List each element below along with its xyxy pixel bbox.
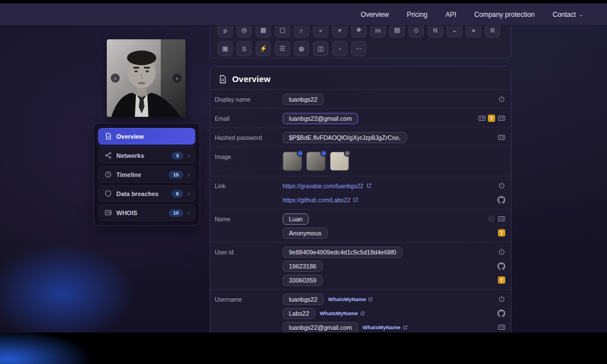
social-icon[interactable]: ▣ bbox=[218, 41, 233, 56]
social-icon[interactable]: ◍ bbox=[294, 41, 309, 56]
gravatar-profile-link[interactable]: https://gravatar.com/luanbgs22 bbox=[283, 183, 372, 189]
profile-thumbnail[interactable] bbox=[330, 152, 349, 171]
t-source-icon[interactable]: T bbox=[498, 276, 505, 284]
field-label: User id bbox=[215, 246, 283, 286]
github-source-icon[interactable] bbox=[497, 262, 505, 270]
social-icon[interactable]: ⚡ bbox=[256, 41, 271, 56]
social-icon[interactable]: ☰ bbox=[275, 41, 290, 56]
chevron-down-icon: ⌄ bbox=[579, 11, 583, 17]
user-id-value: 9e88409e4909edc4d1c5c5d18d4e68f0 bbox=[283, 247, 402, 258]
sidebar-item-data-breaches[interactable]: Data breaches 9 › bbox=[98, 185, 195, 202]
nav-company-protection[interactable]: Company protection bbox=[474, 11, 534, 19]
nav-overview[interactable]: Overview bbox=[361, 11, 389, 19]
id-card-source-icon[interactable] bbox=[497, 215, 505, 223]
sidebar-item-overview[interactable]: Overview › bbox=[98, 128, 195, 144]
gravatar-source-icon[interactable] bbox=[497, 95, 505, 103]
carousel-next-button[interactable]: › bbox=[173, 74, 182, 83]
whatsmyname-link[interactable]: WhatsMyName bbox=[320, 310, 365, 316]
field-label: Name bbox=[215, 213, 283, 239]
row-username: Username luanbgs22 WhatsMyName Labs22 Wh… bbox=[210, 289, 511, 333]
thumbnail-badge bbox=[344, 150, 351, 157]
profile-thumbnail[interactable] bbox=[283, 152, 302, 171]
field-label: Image bbox=[215, 151, 283, 172]
sidebar-item-label: Data breaches bbox=[116, 190, 167, 197]
row-name: Name Luan Anonymous T bbox=[210, 209, 511, 242]
count-badge: 9 bbox=[171, 190, 183, 198]
external-link-icon bbox=[368, 297, 373, 302]
link-text: https://github.com/Labs22 bbox=[283, 197, 350, 203]
link-text: https://gravatar.com/luanbgs22 bbox=[283, 183, 364, 189]
nav-api[interactable]: API bbox=[446, 11, 456, 19]
link-text: WhatsMyName bbox=[328, 296, 366, 302]
chevron-right-icon: › bbox=[188, 190, 190, 198]
thumbnail-badge bbox=[297, 150, 304, 157]
sidebar-item-label: Timeline bbox=[116, 171, 164, 178]
nav-contact[interactable]: Contact ⌄ bbox=[552, 11, 583, 19]
sidebar-item-timeline[interactable]: Timeline 15 › bbox=[98, 166, 195, 183]
row-hashed-password: Hashed password $P$BdE.flvFDAOQlO/gXyrJz… bbox=[210, 128, 511, 147]
name-value: Luan bbox=[283, 213, 309, 225]
external-link-icon bbox=[403, 325, 407, 330]
user-id-value: 33060359 bbox=[283, 275, 323, 286]
shield-icon bbox=[104, 190, 112, 198]
username-value: luanbgs22@gmail.com bbox=[283, 322, 358, 333]
t-source-icon[interactable]: T bbox=[488, 115, 495, 122]
count-badge: 3 bbox=[171, 152, 183, 160]
bottom-blue-glow bbox=[0, 333, 135, 364]
link-text: WhatsMyName bbox=[320, 310, 358, 316]
github-source-icon[interactable] bbox=[497, 196, 505, 204]
field-label: Hashed password bbox=[215, 131, 283, 143]
sidebar-menu: Overview › Networks 3 › Timeline 15 › Da… bbox=[93, 123, 200, 226]
social-icon[interactable]: ♆ bbox=[332, 41, 347, 56]
whatsmyname-link[interactable]: WhatsMyName bbox=[328, 296, 373, 302]
username-value: Labs22 bbox=[283, 308, 315, 319]
github-profile-link[interactable]: https://github.com/Labs22 bbox=[283, 197, 358, 203]
chevron-right-icon: › bbox=[188, 133, 190, 140]
carousel-prev-button[interactable]: ‹ bbox=[111, 74, 120, 83]
sidebar-item-networks[interactable]: Networks 3 › bbox=[98, 147, 195, 163]
t-source-icon[interactable]: T bbox=[498, 229, 505, 236]
social-icon[interactable]: S bbox=[237, 41, 252, 56]
top-navbar: Overview Pricing API Company protection … bbox=[0, 3, 607, 25]
field-label: Username bbox=[215, 293, 283, 333]
id-card-source-icon[interactable] bbox=[478, 115, 486, 122]
profile-thumbnail[interactable] bbox=[306, 152, 325, 171]
overview-header: Overview bbox=[210, 67, 511, 89]
sidebar-item-label: Overview bbox=[116, 133, 183, 140]
social-icon[interactable]: ◫ bbox=[313, 41, 328, 56]
external-link-icon bbox=[360, 311, 365, 316]
link-text: WhatsMyName bbox=[363, 324, 401, 330]
row-email: Email luanbgs22@gmail.com T bbox=[210, 108, 511, 128]
field-label: Email bbox=[215, 112, 283, 124]
app-page: Overview Pricing API Company protection … bbox=[0, 3, 607, 333]
overview-card: Overview Display name luanbgs22 Email lu… bbox=[210, 66, 511, 333]
id-card-source-icon[interactable] bbox=[497, 115, 505, 122]
row-user-id: User id 9e88409e4909edc4d1c5c5d18d4e68f0… bbox=[210, 242, 511, 289]
clock-icon bbox=[104, 171, 112, 179]
share-icon bbox=[104, 152, 112, 160]
gravatar-source-icon[interactable] bbox=[497, 248, 505, 256]
display-name-value: luanbgs22 bbox=[283, 94, 324, 105]
github-source-icon[interactable] bbox=[497, 310, 505, 317]
field-label: Display name bbox=[215, 93, 283, 105]
hashed-password-value: $P$BdE.flvFDAOQlO/gXyrJzp8JgZrCno. bbox=[283, 132, 407, 143]
id-card-source-icon[interactable] bbox=[497, 324, 505, 331]
social-icon[interactable]: ⋯ bbox=[351, 41, 366, 56]
social-icons-row-2: ▣ S ⚡ ☰ ◍ ◫ ♆ ⋯ bbox=[218, 41, 504, 56]
row-link: Link https://gravatar.com/luanbgs22 http… bbox=[210, 176, 511, 209]
gravatar-source-icon[interactable] bbox=[487, 215, 495, 223]
id-card-source-icon[interactable] bbox=[497, 134, 505, 142]
chevron-right-icon: › bbox=[188, 171, 190, 179]
username-value: luanbgs22 bbox=[283, 294, 324, 305]
sidebar-item-label: Networks bbox=[116, 152, 167, 159]
external-link-icon bbox=[353, 197, 358, 202]
document-icon bbox=[218, 75, 227, 84]
sidebar-item-whois[interactable]: WHOIS 10 › bbox=[98, 204, 195, 221]
external-link-icon bbox=[366, 183, 372, 188]
overview-title: Overview bbox=[232, 74, 270, 84]
gravatar-source-icon[interactable] bbox=[497, 295, 505, 303]
nav-pricing[interactable]: Pricing bbox=[407, 11, 428, 19]
email-value: luanbgs22@gmail.com bbox=[283, 113, 358, 124]
gravatar-source-icon[interactable] bbox=[497, 182, 505, 190]
whatsmyname-link[interactable]: WhatsMyName bbox=[363, 324, 407, 330]
